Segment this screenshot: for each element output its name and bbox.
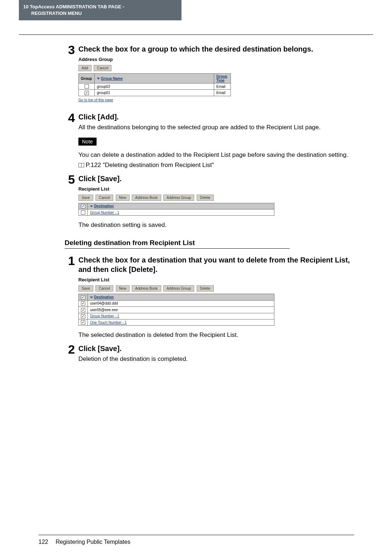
sort-icon xyxy=(97,78,100,80)
step-number: 5 xyxy=(65,173,78,186)
page-reference: P.122 "Deleting destination from Recipie… xyxy=(78,161,355,170)
address-group-table: Group Group Name Group Type group02 Emai… xyxy=(78,73,231,96)
address-group-button[interactable]: Address Group xyxy=(163,195,194,201)
book-icon xyxy=(78,163,84,167)
header-title-sub: REGISTRATION MENU xyxy=(23,11,82,16)
note-label: Note xyxy=(78,138,97,146)
step-title: Check the box for a group to which the d… xyxy=(78,44,355,54)
recipient-table: ✓ Destination Group Number - 1 xyxy=(78,203,274,216)
row-destination[interactable]: One Touch Number - 1 xyxy=(90,321,127,325)
table-row: ✓ One Touch Number - 1 xyxy=(79,319,274,325)
row-destination[interactable]: Group Number - 1 xyxy=(90,314,119,318)
address-book-button[interactable]: Address Book xyxy=(132,285,161,292)
step-number: 3 xyxy=(65,44,78,56)
table-row: ✓ user05@eee.eee xyxy=(79,307,274,313)
chapter-number: 10 xyxy=(23,4,28,9)
step-title: Click [Save]. xyxy=(78,344,355,353)
step-3: 3 Check the box for a group to which the… xyxy=(65,44,355,108)
row-checkbox[interactable]: ✓ xyxy=(81,314,85,318)
table-row: Group Number - 1 xyxy=(79,209,274,216)
delete-button[interactable]: Delete xyxy=(197,285,214,292)
go-top-link[interactable]: Go to top of this page xyxy=(78,98,113,102)
delete-step-2: 2 Click [Save]. Deletion of the destinat… xyxy=(65,343,355,363)
select-all-checkbox[interactable]: ✓ xyxy=(81,295,85,300)
row-checkbox[interactable]: ✓ xyxy=(81,308,85,312)
step-4: 4 Click [Add]. All the destinations belo… xyxy=(65,111,355,170)
row-checkbox[interactable] xyxy=(81,210,85,215)
page-header: 10 TopAccess ADMINISTRATION TAB PAGE - R… xyxy=(19,0,181,20)
step-body-text: The selected destination is deleted from… xyxy=(78,331,355,339)
shot-title: Recipient List xyxy=(78,277,355,282)
new-button[interactable]: New xyxy=(116,195,130,201)
step-number: 2 xyxy=(65,343,78,355)
step-title: Click [Save]. xyxy=(78,174,355,183)
row-destination[interactable]: Group Number - 1 xyxy=(90,211,119,215)
cancel-button[interactable]: Cancel xyxy=(94,65,111,71)
col-group-type[interactable]: Group Type xyxy=(214,74,231,83)
address-group-shot: Address Group Add Cancel Group Group Nam… xyxy=(78,57,355,103)
recipient-table: ✓ Destination ✓ user04@ddd.ddd ✓ user05@… xyxy=(78,294,274,326)
step-body-text: All the destinations belonging to the se… xyxy=(78,123,355,132)
row-checkbox[interactable] xyxy=(85,84,89,89)
save-button[interactable]: Save xyxy=(78,195,93,201)
footer: 122 Registering Public Templates xyxy=(38,539,130,545)
row-destination: user04@ddd.ddd xyxy=(88,300,274,306)
col-destination[interactable]: Destination xyxy=(88,294,274,300)
top-rule xyxy=(19,34,373,35)
delete-button[interactable]: Delete xyxy=(197,195,214,201)
col-destination[interactable]: Destination xyxy=(88,203,274,209)
step-5: 5 Click [Save]. Recipient List Save Canc… xyxy=(65,173,355,230)
row-checkbox[interactable]: ✓ xyxy=(81,301,85,306)
step-number: 4 xyxy=(65,111,78,124)
step-title: Check the box for a destination that you… xyxy=(78,255,355,274)
shot-title: Recipient List xyxy=(78,186,355,192)
row-name: group02 xyxy=(95,83,214,90)
col-group-name[interactable]: Group Name xyxy=(95,74,214,83)
row-name: group01 xyxy=(95,90,214,96)
row-destination: user05@eee.eee xyxy=(88,307,274,313)
step-body-text: The destination setting is saved. xyxy=(78,221,355,229)
sort-icon xyxy=(90,205,93,207)
recipient-list-shot: Recipient List Save Cancel New Address B… xyxy=(78,186,355,216)
step-body-text: Deletion of the destination is completed… xyxy=(78,355,355,363)
note-body: You can delete a destination added to th… xyxy=(78,151,355,159)
recipient-list-shot: Recipient List Save Cancel New Address B… xyxy=(78,277,355,326)
row-type: Email xyxy=(214,83,231,90)
footer-label: Registering Public Templates xyxy=(56,539,130,545)
table-row: group02 Email xyxy=(79,83,231,90)
table-row: ✓ group01 Email xyxy=(79,90,231,96)
new-button[interactable]: New xyxy=(116,285,130,292)
header-title-top: TopAccess ADMINISTRATION TAB PAGE - xyxy=(30,4,124,9)
step-title: Click [Add]. xyxy=(78,112,355,122)
sort-icon xyxy=(90,297,93,298)
shot-title: Address Group xyxy=(78,57,355,62)
address-group-button[interactable]: Address Group xyxy=(163,285,194,292)
cancel-button[interactable]: Cancel xyxy=(95,285,113,292)
cancel-button[interactable]: Cancel xyxy=(95,195,113,201)
page-number: 122 xyxy=(38,539,48,545)
table-row: ✓ Group Number - 1 xyxy=(79,313,274,319)
address-book-button[interactable]: Address Book xyxy=(132,195,161,201)
col-group: Group xyxy=(79,74,95,83)
row-checkbox[interactable]: ✓ xyxy=(85,91,89,95)
row-checkbox[interactable]: ✓ xyxy=(81,320,85,325)
step-number: 1 xyxy=(65,254,78,267)
delete-step-1: 1 Check the box for a destination that y… xyxy=(65,254,355,339)
save-button[interactable]: Save xyxy=(78,285,93,292)
subheading-rule xyxy=(65,248,290,249)
select-all-checkbox[interactable]: ✓ xyxy=(81,204,85,208)
footer-rule xyxy=(38,535,354,535)
subheading: Deleting destination from Recipient List xyxy=(65,239,355,247)
select-all-cell: ✓ xyxy=(79,203,88,209)
select-all-cell: ✓ xyxy=(79,294,88,300)
add-button[interactable]: Add xyxy=(78,65,91,71)
table-row: ✓ user04@ddd.ddd xyxy=(79,300,274,306)
row-type: Email xyxy=(214,90,231,96)
